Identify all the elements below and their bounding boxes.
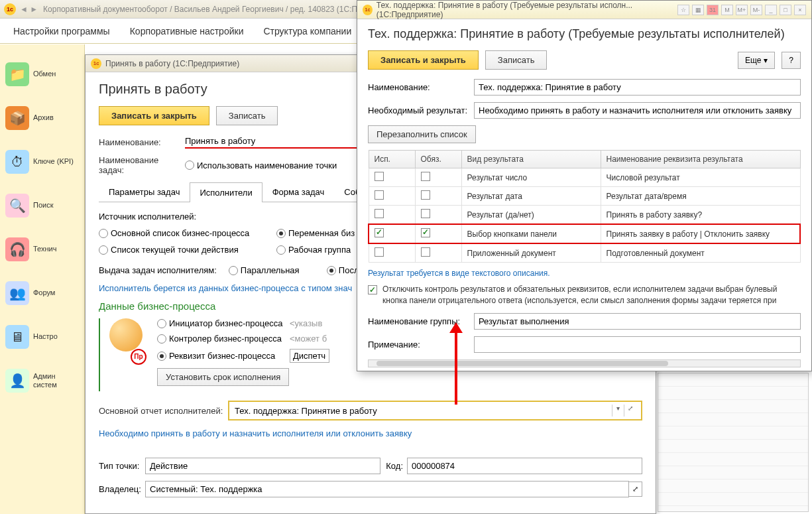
radio-workgroup[interactable] — [276, 245, 286, 255]
obyaz-checkbox[interactable] — [421, 228, 430, 237]
label-main-report: Основной отчет исполнителей: — [99, 406, 228, 416]
win2-title-text: Тех. поддержка: Принятие в работу (Требу… — [377, 1, 677, 19]
label-point-type: Тип точки: — [99, 461, 145, 471]
obyaz-checkbox[interactable] — [421, 209, 430, 218]
owner-input[interactable] — [145, 481, 629, 497]
app-icon: 1c — [363, 5, 373, 15]
disable-control-checkbox[interactable] — [368, 285, 377, 294]
app-icon: 1c — [4, 3, 16, 15]
sidebar-item-tech[interactable]: 🎧Технич — [0, 227, 84, 271]
radio-current-point[interactable] — [99, 245, 108, 255]
table-row[interactable]: Результат числоЧисловой результат — [369, 168, 800, 187]
radio-controller[interactable] — [157, 334, 166, 344]
menu-corp-settings[interactable]: Корпоративные настройки — [130, 26, 244, 36]
sidebar-item-forum[interactable]: 👥Форум — [0, 271, 84, 315]
isp-checkbox[interactable] — [375, 247, 384, 257]
obyaz-checkbox[interactable] — [421, 247, 430, 257]
name-cell: Принять в работу заявку? — [601, 206, 800, 225]
more-button[interactable]: Еще▾ — [738, 52, 775, 69]
toolbar-star-icon[interactable]: ☆ — [677, 5, 689, 15]
save-button[interactable]: Записать — [216, 106, 278, 125]
sidebar-item-kpi[interactable]: ⏱Ключе (KPI) — [0, 140, 84, 184]
point-type-input[interactable] — [145, 458, 380, 474]
btn-m[interactable]: M — [721, 5, 733, 15]
tab-executors[interactable]: Исполнители — [190, 182, 262, 202]
label-task-name: Наименование задач: — [99, 155, 185, 175]
kind-cell: Выбор кнопками панели — [461, 224, 601, 243]
obyaz-checkbox[interactable] — [421, 172, 430, 181]
refill-list-button[interactable]: Перезаполнить список — [368, 125, 476, 143]
bp-person-icon: Пр — [107, 318, 146, 365]
sidebar-item-admin[interactable]: 👤Админ систем — [0, 359, 84, 403]
report-desc-link[interactable]: Необходимо принять в работу и назначить … — [99, 428, 412, 438]
sidebar-item-search[interactable]: 🔍Поиск — [0, 184, 84, 227]
save-button[interactable]: Записать — [485, 50, 548, 70]
group-name-input[interactable] — [474, 313, 801, 330]
radio-parallel[interactable] — [229, 266, 238, 275]
name-cell: Подготовленный документ — [601, 243, 800, 263]
toolbar-calendar-icon[interactable]: 31 — [707, 5, 719, 15]
note-input[interactable] — [474, 336, 801, 353]
minimize-button[interactable]: _ — [765, 5, 777, 15]
sidebar-item-exchange[interactable]: 📁Обмен — [0, 52, 84, 96]
table-row[interactable]: Результат (да/нет)Принять в работу заявк… — [369, 206, 800, 225]
text-desc-link[interactable]: Результат требуется в виде текстового оп… — [368, 269, 550, 278]
executor-info-link[interactable]: Исполнитель берется из данных бизнес-про… — [99, 283, 352, 293]
save-close-button[interactable]: Записать и закрыть — [368, 50, 479, 70]
col-kind[interactable]: Вид результата — [461, 151, 601, 168]
set-deadline-button[interactable]: Установить срок исполнения — [157, 368, 289, 386]
name-input[interactable] — [474, 79, 801, 96]
isp-checkbox[interactable] — [375, 228, 384, 237]
tab-task-params[interactable]: Параметры задач — [99, 182, 190, 202]
radio-main-list[interactable] — [99, 229, 108, 238]
requisite-input[interactable] — [290, 349, 329, 363]
sidebar-item-settings[interactable]: 🖥Настро — [0, 315, 84, 359]
label-name: Наименование: — [368, 82, 474, 92]
sidebar-item-archive[interactable]: 📦Архив — [0, 96, 84, 140]
help-button[interactable]: ? — [782, 52, 801, 69]
menu-company-structure[interactable]: Структура компании — [263, 26, 351, 36]
label-need-result: Необходимый результат: — [368, 105, 474, 115]
maximize-button[interactable]: □ — [780, 5, 791, 15]
open-icon[interactable]: ⤢ — [624, 405, 636, 417]
radio-use-point-name[interactable] — [185, 161, 194, 170]
radio-bp-variable[interactable] — [276, 229, 286, 238]
save-close-button[interactable]: Записать и закрыть — [99, 106, 209, 125]
table-row[interactable]: Приложенный документПодготовленный докум… — [369, 243, 800, 263]
isp-checkbox[interactable] — [375, 209, 384, 218]
btn-m-minus[interactable]: M- — [750, 5, 762, 15]
exchange-icon: 📁 — [5, 62, 29, 86]
menu-program-settings[interactable]: Настройки программы — [13, 26, 110, 36]
tech-support-window: 1c Тех. поддержка: Принятие в работу (Тр… — [357, 0, 812, 371]
disable-control-label: Отключить контроль результатов и обязате… — [382, 284, 801, 306]
nav-arrows[interactable]: ◄ ► — [20, 5, 38, 14]
close-button[interactable]: × — [794, 5, 806, 15]
grid-area — [658, 373, 808, 511]
app-icon: 1c — [91, 58, 101, 69]
tab-task-form[interactable]: Форма задач — [262, 182, 335, 202]
need-result-input[interactable] — [474, 102, 801, 119]
btn-m-plus[interactable]: M+ — [736, 5, 748, 15]
isp-checkbox[interactable] — [375, 172, 384, 181]
kpi-icon: ⏱ — [5, 150, 29, 174]
table-row[interactable]: Выбор кнопками панелиПринять заявку в ра… — [369, 224, 800, 243]
col-isp[interactable]: Исп. — [369, 151, 415, 168]
horizontal-scrollbar[interactable] — [368, 359, 801, 367]
name-value[interactable]: Принять в работу — [185, 136, 371, 149]
annotation-arrow — [455, 332, 457, 405]
table-row[interactable]: Результат датаРезультат дата/время — [369, 187, 800, 206]
code-input[interactable] — [407, 458, 642, 474]
dropdown-icon[interactable]: ▾ — [612, 405, 624, 417]
radio-initiator[interactable] — [157, 319, 166, 328]
isp-checkbox[interactable] — [375, 190, 384, 200]
obyaz-checkbox[interactable] — [421, 190, 430, 200]
radio-sequential[interactable] — [327, 266, 336, 275]
win2-titlebar[interactable]: 1c Тех. поддержка: Принятие в работу (Тр… — [357, 1, 811, 19]
toolbar-grid-icon[interactable]: ▦ — [692, 5, 704, 15]
col-obyaz[interactable]: Обяз. — [415, 151, 461, 168]
label-note: Примечание: — [368, 340, 474, 350]
col-req-name[interactable]: Наименование реквизита результата — [601, 151, 800, 168]
owner-open-icon[interactable]: ⤢ — [629, 482, 642, 497]
radio-requisite[interactable] — [157, 352, 166, 361]
main-report-value[interactable]: Тех. поддержка: Принятие в работу — [235, 406, 612, 416]
